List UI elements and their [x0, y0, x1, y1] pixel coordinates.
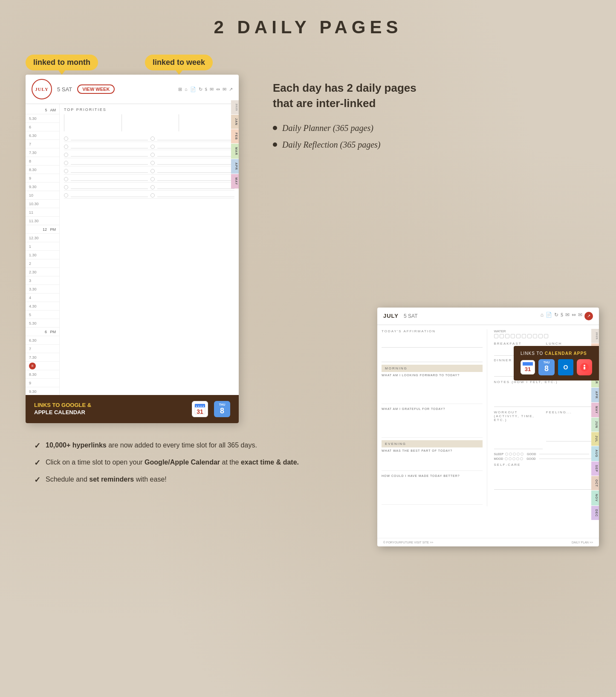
gratitude-label: WHAT AM I GRATEFUL FOR TODAY? [382, 407, 483, 410]
ref-tab-oct[interactable]: OCT [591, 476, 599, 491]
water-box-3[interactable] [505, 334, 509, 338]
thu-date-2: 8 [544, 364, 549, 373]
google-calendar-icon[interactable]: 31 ● ● ● ● [192, 401, 208, 417]
tab-apr[interactable]: APR [231, 159, 239, 174]
ref-tab-may[interactable]: MAY [591, 403, 599, 417]
sleep-dot-3[interactable] [513, 453, 516, 456]
water-box-6[interactable] [522, 334, 526, 338]
water-box-4[interactable] [511, 334, 515, 338]
cal-apps-prefix: LINKS TO [521, 351, 543, 356]
cal-reminders-icon[interactable] [577, 359, 592, 375]
time-slot-8-red: 8 [26, 362, 59, 370]
time-slot-5: 5 AM [26, 106, 59, 114]
water-box-1[interactable] [494, 334, 498, 338]
tab-year[interactable]: 2025 [231, 100, 239, 114]
water-box-10[interactable] [544, 334, 548, 338]
water-box-8[interactable] [533, 334, 537, 338]
ref-icon-refresh: ↻ [554, 312, 558, 320]
priorities-grid [64, 114, 234, 131]
icon-mail: ✉ [223, 87, 226, 92]
ref-tab-jun[interactable]: JUN [591, 418, 599, 432]
mood-dot-2[interactable] [509, 457, 512, 460]
thu-date: 8 [220, 407, 224, 415]
time-column: 5 AM 5.30 6 6.30 7 7.30 8 8.30 9 9.30 10… [26, 104, 60, 423]
time-slot-7: 7 [26, 140, 59, 148]
best-part-answer [382, 454, 483, 471]
svg-text:31: 31 [525, 366, 531, 372]
mood-dot-1[interactable] [505, 457, 508, 460]
time-slot-6: 6 [26, 123, 59, 131]
sleep-dot-5[interactable] [521, 453, 523, 456]
cal-outlook-icon[interactable]: O [558, 359, 573, 375]
better-label: HOW COULD I HAVE MADE TODAY BETTER? [382, 474, 483, 477]
ref-tab-dec[interactable]: DEC [591, 506, 599, 520]
water-box-5[interactable] [516, 334, 521, 338]
evening-section: EVENING [382, 440, 483, 447]
feeling-label: FEELING... [546, 410, 595, 414]
time-slot-9b: 9 [26, 379, 59, 387]
task-row-5 [64, 168, 234, 174]
icon-link: ⇔ [216, 87, 220, 92]
ref-tab-year[interactable]: 2025 [591, 329, 599, 343]
ref-icon-circle[interactable]: ↗ [584, 312, 593, 320]
affirmation-lines [382, 335, 483, 348]
banner-line2: APPLE CALENDAR [34, 409, 85, 415]
feature-item-2: Daily Reflection (365 pages) [273, 140, 590, 150]
month-badge[interactable]: JULY [32, 79, 52, 99]
mood-dot-4[interactable] [516, 457, 519, 460]
cal-google-icon[interactable]: 31 [521, 360, 535, 375]
ref-tab-sep[interactable]: SEP [591, 462, 599, 476]
water-checkboxes [494, 334, 595, 338]
time-slot-530b: 5.30 [26, 319, 59, 328]
time-slot-11: 11 [26, 208, 59, 217]
time-slot-1130: 11.30 [26, 217, 59, 225]
svg-rect-10 [584, 367, 585, 369]
sleep-section: SLEEP GOOD [494, 453, 595, 456]
sleep-dot-1[interactable] [505, 453, 508, 456]
sleep-dot-2[interactable] [509, 453, 512, 456]
ref-tab-nov[interactable]: NOV [591, 491, 599, 505]
tab-may[interactable]: MAY [231, 174, 239, 189]
time-slot-930b: 9.30 [26, 387, 59, 396]
priority-col-1 [64, 114, 120, 131]
water-box-9[interactable] [538, 334, 543, 338]
ref-tab-jul[interactable]: JUL [591, 432, 599, 446]
notes-line [494, 386, 595, 407]
ref-tab-apr[interactable]: APR [591, 388, 599, 402]
mood-dot-3[interactable] [512, 457, 515, 460]
feature-list: Daily Planner (365 pages) Daily Reflecti… [273, 123, 590, 150]
cal-apple-icon[interactable]: THU 8 [538, 359, 555, 375]
planner-header: JULY 5 SAT VIEW WEEK ⊞ ⌂ 📄 ↻ $ ✉ ⇔ ✉ [26, 75, 239, 104]
calendar-banner: LINKS TO GOOGLE & APPLE CALENDAR 31 ● ● … [26, 395, 239, 423]
good-label-2: GOOD [526, 457, 535, 460]
time-slot-930: 9.30 [26, 183, 59, 191]
ref-tab-aug[interactable]: AUG [591, 446, 599, 461]
time-slot-730b: 7.30 [26, 353, 59, 362]
water-box-2[interactable] [500, 334, 504, 338]
time-slot-630b: 6.30 [26, 336, 59, 345]
left-section: linked to month linked to week JULY 5 SA… [26, 55, 256, 423]
tab-jan[interactable]: JAN [231, 115, 239, 129]
svg-point-9 [584, 365, 585, 366]
reflection-area: JULY 5 SAT ⌂ 📄 ↻ $ ✉ ⇔ ✉ [273, 163, 590, 418]
apple-calendar-icon[interactable]: THU 8 [214, 401, 230, 417]
priority-col-3 [179, 114, 234, 131]
morning-answer [382, 378, 483, 404]
reflection-header: JULY 5 SAT ⌂ 📄 ↻ $ ✉ ⇔ ✉ [377, 308, 599, 325]
view-week-badge[interactable]: VIEW WEEK [77, 84, 115, 94]
tab-feb[interactable]: FEB [231, 129, 239, 143]
svg-rect-6 [523, 362, 533, 366]
callout-week-bubble: linked to week [145, 55, 213, 70]
good-label: GOOD [527, 453, 536, 456]
feature-label-2: Daily Reflection (365 pages) [282, 140, 381, 150]
icon-refresh: ↻ [199, 87, 202, 92]
affirmation-label: TODAY'S AFFIRMATION [382, 329, 483, 333]
water-box-7[interactable] [527, 334, 532, 338]
sleep-dot-4[interactable] [517, 453, 520, 456]
tab-mar[interactable]: MAR [231, 144, 239, 159]
time-slot-1: 1 [26, 242, 59, 251]
time-slot-3: 3 [26, 276, 59, 285]
cal-apps-icons: 31 THU 8 O [521, 359, 592, 375]
mood-dot-5[interactable] [520, 457, 523, 460]
ref-footer: © FORYOURFUTURE VISIT SITE >> DAILY PLAN… [377, 538, 599, 546]
